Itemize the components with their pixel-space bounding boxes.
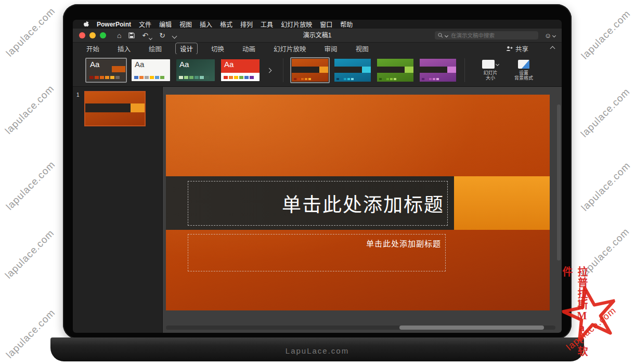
menu-item-edit[interactable]: 编辑 xyxy=(159,20,172,29)
ribbon-tab-bar: 开始 插入 绘图 设计 切换 动画 幻灯片放映 审阅 视图 共享 xyxy=(73,43,562,54)
color-swatch xyxy=(425,78,428,80)
variant-thumbnail-purple[interactable] xyxy=(418,57,458,83)
ribbon-tab-home[interactable]: 开始 xyxy=(82,43,104,55)
color-swatch xyxy=(139,76,144,79)
share-button[interactable]: 共享 xyxy=(506,44,528,54)
title-placeholder[interactable]: 单击此处添加标题 xyxy=(188,181,448,226)
ribbon-tab-view[interactable]: 视图 xyxy=(351,43,373,55)
color-swatch xyxy=(179,76,183,79)
theme-thumbnail-green[interactable]: Aa xyxy=(175,58,216,83)
page: lapulace.com lapulace.com lapulace.com l… xyxy=(0,0,635,364)
menu-item-window[interactable]: 窗口 xyxy=(320,20,332,29)
menu-item-arrange[interactable]: 排列 xyxy=(240,20,253,29)
theme-thumbnail-current[interactable]: Aa xyxy=(85,58,127,83)
chevron-up-icon xyxy=(550,46,555,51)
theme-preview-label: Aa xyxy=(179,60,189,69)
color-swatch xyxy=(95,76,99,79)
theme-thumbnail-office[interactable]: Aa xyxy=(130,58,172,83)
search-box[interactable] xyxy=(435,31,538,40)
search-scope-chevron-icon[interactable] xyxy=(445,33,448,37)
ribbon-tab-design[interactable]: 设计 xyxy=(175,43,198,55)
chevron-down-icon xyxy=(149,36,152,40)
slide-size-label: 大小 xyxy=(483,75,497,81)
ribbon-tab-draw[interactable]: 绘图 xyxy=(144,43,166,55)
slide-size-label: 幻灯片 xyxy=(483,70,497,75)
color-swatch xyxy=(229,76,233,79)
watermark-text: lapulace.com xyxy=(579,8,632,61)
ribbon-collapse-button[interactable] xyxy=(551,47,554,50)
color-swatch xyxy=(150,76,154,79)
watermark-text: lapulace.com xyxy=(4,159,57,212)
toolbar-options-icon[interactable] xyxy=(173,31,176,40)
color-swatch xyxy=(115,76,120,79)
menu-item-insert[interactable]: 插入 xyxy=(200,20,212,29)
window-title-bar: ⌂ ↶ ↻ 演示文稿1 xyxy=(73,29,562,43)
color-swatch xyxy=(184,76,188,79)
design-ribbon-gallery: Aa Aa Aa xyxy=(73,54,562,87)
color-swatch xyxy=(429,78,432,80)
laptop-brand-text: LapuLace.com xyxy=(286,346,349,355)
color-swatch xyxy=(189,76,193,79)
menu-app-name[interactable]: PowerPoint xyxy=(97,21,131,28)
theme-gallery: Aa Aa Aa xyxy=(85,58,276,83)
home-icon[interactable]: ⌂ xyxy=(117,31,121,40)
theme-preview-label: Aa xyxy=(224,60,234,69)
macos-menu-bar: PowerPoint 文件 编辑 视图 插入 格式 排列 工具 幻灯片放映 窗口… xyxy=(73,20,562,29)
subtitle-placeholder[interactable]: 单击此处添加副标题 xyxy=(188,234,446,271)
slide-size-icon xyxy=(482,60,495,69)
slide-number: 1 xyxy=(76,91,83,126)
apple-menu-icon[interactable] xyxy=(83,21,89,28)
color-swatch xyxy=(308,78,311,80)
slide-accent-rectangle[interactable] xyxy=(454,176,550,230)
minimize-button[interactable] xyxy=(89,32,96,38)
slide-canvas[interactable]: 单击此处添加标题 单击此处添加副标题 xyxy=(163,87,562,333)
search-input[interactable] xyxy=(450,32,535,39)
ribbon-tab-review[interactable]: 审阅 xyxy=(320,43,342,55)
quick-access-toolbar: ⌂ ↶ ↻ xyxy=(117,29,176,42)
save-icon[interactable] xyxy=(128,32,135,38)
variant-accent xyxy=(405,67,413,72)
menu-item-tools[interactable]: 工具 xyxy=(261,20,273,29)
horizontal-scrollbar-track[interactable] xyxy=(166,326,555,330)
color-swatch xyxy=(239,76,243,79)
variant-thumbnail-teal[interactable] xyxy=(333,57,372,83)
horizontal-scrollbar-thumb[interactable] xyxy=(399,326,543,330)
slide-size-button[interactable]: 幻灯片 大小 xyxy=(476,60,505,81)
variant-thumbnail-orange[interactable] xyxy=(290,57,330,83)
theme-swatches xyxy=(179,76,209,79)
powerpoint-window: PowerPoint 文件 编辑 视图 插入 格式 排列 工具 幻灯片放映 窗口… xyxy=(73,20,562,333)
color-swatch xyxy=(336,78,339,80)
ribbon-tab-slideshow[interactable]: 幻灯片放映 xyxy=(269,43,311,55)
menu-item-format[interactable]: 格式 xyxy=(220,20,232,29)
feedback-control[interactable]: ☺ xyxy=(545,29,555,42)
macbook-base: LapuLace.com xyxy=(50,337,584,361)
variant-accent xyxy=(447,67,456,72)
menu-item-slideshow[interactable]: 幻灯片放映 xyxy=(281,20,312,29)
color-swatch xyxy=(394,78,396,80)
ribbon-tab-insert[interactable]: 插入 xyxy=(113,43,135,55)
menu-item-file[interactable]: 文件 xyxy=(139,20,151,29)
watermark-text: lapulace.com xyxy=(3,227,56,281)
color-swatch xyxy=(305,78,307,80)
ribbon-tab-animations[interactable]: 动画 xyxy=(238,43,260,55)
theme-thumbnail-red[interactable]: Aa xyxy=(219,58,261,83)
format-background-icon xyxy=(518,60,529,69)
variant-swatches xyxy=(422,78,439,80)
close-button[interactable] xyxy=(79,32,85,38)
document-title: 演示文稿1 xyxy=(303,29,332,42)
macbook-screen: PowerPoint 文件 编辑 视图 插入 格式 排列 工具 幻灯片放映 窗口… xyxy=(73,20,562,333)
variant-thumbnail-green[interactable] xyxy=(375,57,415,83)
slide-thumbnail-1[interactable] xyxy=(84,91,146,126)
ribbon-tab-transitions[interactable]: 切换 xyxy=(206,43,229,55)
undo-icon[interactable]: ↶ xyxy=(142,31,152,40)
redo-icon[interactable]: ↻ xyxy=(159,31,165,40)
menu-item-help[interactable]: 帮助 xyxy=(340,20,353,29)
slide-editing-area[interactable]: 单击此处添加标题 单击此处添加副标题 xyxy=(166,95,550,310)
color-swatch xyxy=(344,78,346,80)
vertical-scrollbar-thumb[interactable] xyxy=(557,105,561,261)
format-background-button[interactable]: 设置 背景格式 xyxy=(509,60,538,81)
theme-gallery-more-button[interactable] xyxy=(267,69,271,72)
theme-swatches xyxy=(89,76,120,79)
fullscreen-button[interactable] xyxy=(100,32,106,38)
menu-item-view[interactable]: 视图 xyxy=(179,20,192,29)
